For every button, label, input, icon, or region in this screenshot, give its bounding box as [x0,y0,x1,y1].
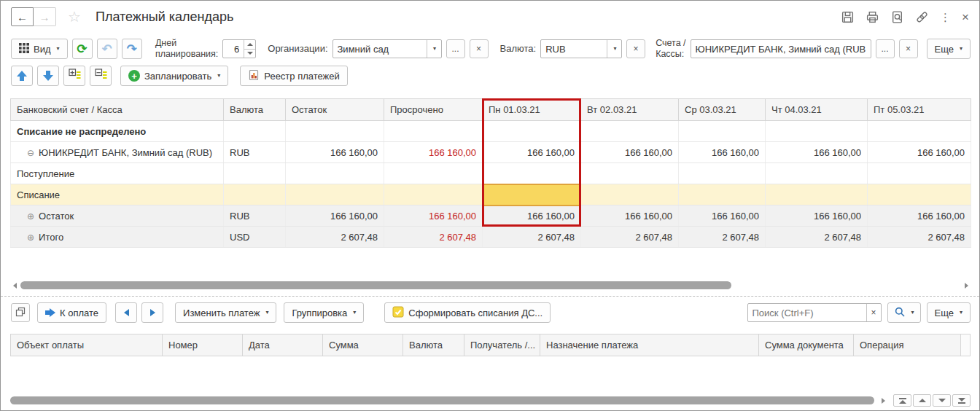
scrollbar-track[interactable] [19,281,962,290]
col-currency[interactable]: Валюта [224,99,286,121]
to-pay-button[interactable]: К оплате [37,302,106,323]
scroll-right-icon[interactable] [962,283,971,289]
col-overdue[interactable]: Просрочено [384,99,483,121]
payments-empty-area[interactable] [10,356,971,393]
grid-cell[interactable]: 166 160,00 [868,142,971,163]
grid-cell[interactable]: 2 607,48 [868,227,971,248]
col-day-wed[interactable]: Ср 03.03.21 [679,99,766,121]
scroll-left-icon[interactable] [10,283,19,289]
col-currency2[interactable]: Валюта [403,334,464,356]
scrollbar-thumb[interactable] [10,396,874,404]
payments-vscrollbar[interactable] [961,334,971,356]
next-period-button[interactable] [141,302,163,323]
grid-cell[interactable] [868,184,971,206]
col-recipient[interactable]: Получатель /... [464,334,540,356]
redo-button[interactable]: ↷ [122,39,142,59]
grid-cell[interactable]: ⊖ЮНИКРЕДИТ БАНК, Зимний сад (RUB) [11,142,224,163]
planning-days-input[interactable] [223,40,244,58]
forward-button[interactable]: → [34,7,56,26]
grouping-button[interactable]: Группировка ▾ [284,302,364,323]
more-button-bottom[interactable]: Еще ▾ [927,302,971,323]
col-purpose[interactable]: Назначение платежа [540,334,759,356]
search-clear-button[interactable]: × [866,304,881,321]
col-number[interactable]: Номер [163,334,243,356]
more-button-top[interactable]: Еще ▾ [927,39,971,59]
selected-grid-cell[interactable] [483,184,581,206]
link-icon[interactable] [915,10,929,24]
organization-input[interactable] [333,40,427,58]
grid-cell[interactable]: 166 160,00 [384,206,483,227]
col-account[interactable]: Банковский счет / Касса [11,99,224,121]
scrollbar-thumb[interactable] [20,281,731,289]
grid-cell[interactable] [483,163,581,184]
collapse-node-icon[interactable]: ⊖ [27,148,34,158]
col-day-thu[interactable]: Чт 04.03.21 [766,99,868,121]
grid-cell[interactable] [286,121,384,142]
accounts-browse-button[interactable]: ... [876,39,895,58]
grid-cell[interactable] [868,163,971,184]
search-button[interactable]: ▾ [887,302,921,323]
scrollbar-track[interactable] [10,396,877,405]
grid-cell[interactable] [679,121,766,142]
refresh-button[interactable]: ⟳ [72,39,93,59]
grid-cell[interactable]: 2 607,48 [384,227,483,248]
grid-cell[interactable] [384,163,483,184]
plan-button[interactable]: + Запланировать ▾ [120,66,228,86]
currency-dropdown[interactable]: ▾ [607,40,621,58]
grid-cell[interactable]: 166 160,00 [766,206,868,227]
col-day-mon[interactable]: Пн 01.03.21 [483,99,581,121]
prev-period-button[interactable] [115,302,137,323]
print-icon[interactable] [866,10,879,24]
organization-dropdown[interactable]: ▾ [427,40,441,58]
grid-cell[interactable]: 166 160,00 [766,142,868,163]
grid-cell[interactable]: 166 160,00 [483,142,581,163]
col-doc-amount[interactable]: Сумма документа [759,334,854,356]
back-button[interactable]: ← [11,7,34,26]
grid-cell[interactable]: RUB [224,142,286,163]
grid-cell[interactable]: RUB [224,206,286,227]
edit-payment-button[interactable]: Изменить платеж ▾ [175,302,276,323]
grid-cell[interactable] [679,163,766,184]
col-balance[interactable]: Остаток [286,99,384,121]
expand-all-button[interactable] [63,66,85,86]
grid-cell[interactable] [868,121,971,142]
scroll-right-icon[interactable] [879,398,887,404]
grid-cell[interactable]: 166 160,00 [286,206,384,227]
grid-cell[interactable]: USD [224,227,286,248]
organization-browse-button[interactable]: ... [446,39,465,58]
favorite-star-icon[interactable]: ☆ [68,8,81,26]
col-day-fri[interactable]: Пт 05.03.21 [868,99,971,121]
grid-cell[interactable] [581,121,679,142]
more-menu-icon[interactable]: ⋮ [940,12,951,23]
col-operation[interactable]: Операция [854,334,961,356]
undo-button[interactable]: ↶ [97,39,117,59]
grid-cell[interactable]: 166 160,00 [384,142,483,163]
currency-clear-button[interactable]: × [626,39,645,58]
planning-days-stepper[interactable] [244,40,255,58]
payment-register-button[interactable]: Реестр платежей [240,66,348,86]
grid-cell[interactable] [224,163,286,184]
col-payment-object[interactable]: Объект оплаты [11,334,163,356]
grid-cell[interactable] [384,121,483,142]
grid-cell[interactable] [286,163,384,184]
calendar-hscrollbar[interactable] [10,280,971,291]
go-down-button[interactable] [933,394,951,407]
grid-cell[interactable]: Списание [11,184,224,206]
grid-cell[interactable]: 166 160,00 [483,206,581,227]
go-last-button[interactable] [952,394,971,407]
form-writeoffs-button[interactable]: Сформировать списания ДС... [384,302,551,323]
organization-clear-button[interactable]: × [470,39,489,58]
grid-cell[interactable]: 2 607,48 [581,227,679,248]
grid-cell[interactable] [224,121,286,142]
collapse-all-button[interactable] [90,66,112,86]
grid-cell[interactable]: Списание не распределено [11,121,224,142]
grid-cell[interactable] [384,184,483,206]
grid-cell[interactable]: 2 607,48 [483,227,581,248]
move-down-button[interactable] [37,66,59,86]
accounts-clear-button[interactable]: × [899,39,918,58]
expand-node-icon[interactable]: ⊕ [27,232,34,243]
detach-window-button[interactable] [11,303,30,322]
grid-cell[interactable] [224,184,286,206]
grid-cell[interactable] [581,184,679,206]
col-day-tue[interactable]: Вт 02.03.21 [581,99,679,121]
